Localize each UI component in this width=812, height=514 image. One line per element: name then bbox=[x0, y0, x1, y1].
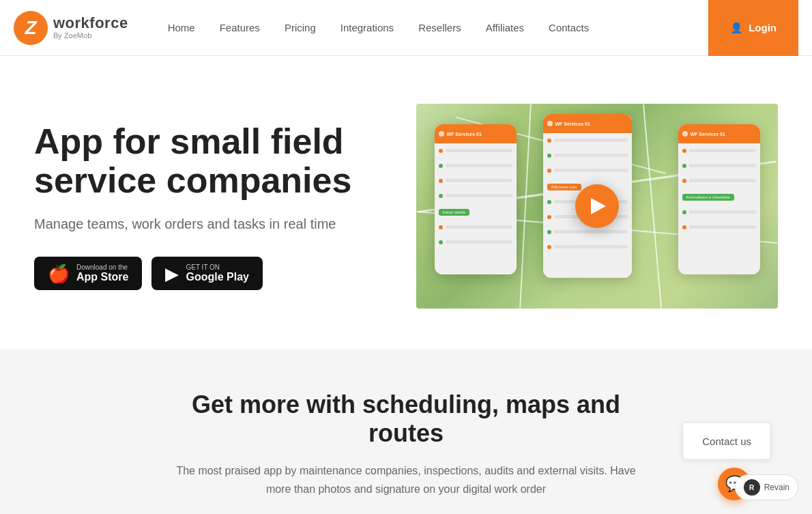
nav-affiliates[interactable]: Affiliates bbox=[474, 15, 536, 40]
row-dot bbox=[547, 245, 551, 249]
nav-links: Home Features Pricing Integrations Resel… bbox=[156, 15, 709, 40]
hero-section: App for small field service companies Ma… bbox=[0, 56, 812, 349]
person-icon: 👤 bbox=[730, 22, 743, 34]
phone-row bbox=[435, 143, 517, 158]
play-triangle-icon bbox=[591, 198, 606, 214]
row-dot bbox=[547, 215, 551, 219]
google-play-icon: ▶ bbox=[165, 265, 179, 283]
phone-header-dot bbox=[682, 131, 688, 137]
phone-btn: Adicionar nota bbox=[547, 184, 581, 190]
phone-row bbox=[435, 188, 517, 203]
phone-row bbox=[435, 173, 517, 188]
row-line bbox=[554, 139, 628, 142]
phone-header: WF Services 01 bbox=[435, 124, 517, 143]
phone-row bbox=[678, 158, 760, 173]
nav-resellers[interactable]: Resellers bbox=[406, 15, 474, 40]
phone-btn-row: Formulários e checklists bbox=[678, 190, 760, 205]
app-store-button[interactable]: 🍎 Download on the App Store bbox=[34, 257, 142, 290]
row-dot bbox=[682, 179, 686, 183]
row-line bbox=[554, 245, 628, 248]
nav-integrations[interactable]: Integrations bbox=[328, 15, 406, 40]
phone-right: WF Services 01 Formulá bbox=[678, 124, 760, 274]
nav-pricing[interactable]: Pricing bbox=[272, 15, 328, 40]
login-button[interactable]: 👤 Login bbox=[708, 0, 798, 56]
logo-workforce-text: workforce bbox=[53, 16, 128, 31]
phone-btn: Iniciar tarefa bbox=[439, 209, 469, 216]
hero-title: App for small field service companies bbox=[34, 122, 389, 200]
row-dot bbox=[682, 149, 686, 153]
phone-row bbox=[678, 205, 760, 220]
google-play-small-label: GET IT ON bbox=[186, 263, 248, 271]
phone-header-text: WF Services 01 bbox=[691, 132, 725, 137]
row-dot bbox=[682, 164, 686, 168]
revain-label: Revain bbox=[764, 483, 789, 492]
nav-contacts[interactable]: Contacts bbox=[536, 15, 601, 40]
phone-row bbox=[678, 173, 760, 188]
section2-description: The most praised app by maintenance comp… bbox=[167, 461, 645, 498]
row-line bbox=[689, 179, 756, 182]
contact-label: Contact us bbox=[702, 436, 751, 447]
row-dot bbox=[439, 164, 443, 168]
row-dot bbox=[439, 194, 443, 198]
phone-screen: WF Services 01 Formulá bbox=[678, 124, 760, 274]
phone-row bbox=[678, 143, 760, 158]
map-road bbox=[642, 104, 661, 308]
phone-row bbox=[543, 225, 632, 240]
logo-link[interactable]: Z workforce By ZoeMob bbox=[14, 11, 128, 45]
phone-header-dot bbox=[439, 131, 444, 137]
app-store-small-label: Download on the bbox=[76, 263, 128, 271]
hero-image-area: WF Services 01 bbox=[416, 104, 778, 309]
store-buttons: 🍎 Download on the App Store ▶ GET IT ON … bbox=[34, 257, 389, 290]
row-dot bbox=[547, 139, 551, 143]
hero-text-area: App for small field service companies Ma… bbox=[34, 122, 389, 290]
row-dot bbox=[547, 154, 551, 158]
phone-btn: Formulários e checklists bbox=[682, 194, 734, 201]
google-play-button[interactable]: ▶ GET IT ON Google Play bbox=[151, 257, 262, 290]
contact-widget[interactable]: Contact us bbox=[682, 423, 771, 460]
phone-row bbox=[543, 133, 632, 148]
phone-row bbox=[543, 148, 632, 163]
phone-row bbox=[435, 235, 517, 250]
phone-row bbox=[435, 158, 517, 173]
row-dot bbox=[439, 225, 443, 229]
row-line bbox=[554, 230, 628, 233]
phone-row bbox=[543, 163, 632, 178]
phone-row bbox=[678, 220, 760, 235]
phone-header-dot bbox=[547, 121, 553, 126]
row-line bbox=[554, 154, 628, 157]
navbar: Z workforce By ZoeMob Home Features Pric… bbox=[0, 0, 812, 56]
nav-home[interactable]: Home bbox=[156, 15, 207, 40]
row-dot bbox=[682, 225, 686, 229]
row-dot bbox=[547, 230, 551, 234]
phone-header: WF Services 01 bbox=[678, 124, 760, 143]
phone-left: WF Services 01 bbox=[435, 124, 517, 274]
nav-features[interactable]: Features bbox=[207, 15, 272, 40]
row-line bbox=[446, 149, 512, 152]
revain-icon: R bbox=[744, 479, 760, 496]
google-play-large-label: Google Play bbox=[186, 271, 248, 283]
row-dot bbox=[547, 169, 551, 173]
row-dot bbox=[439, 240, 443, 244]
row-line bbox=[689, 164, 756, 167]
play-button[interactable] bbox=[575, 184, 619, 228]
row-line bbox=[446, 225, 512, 229]
row-line bbox=[689, 225, 756, 229]
phone-row bbox=[435, 220, 517, 235]
phone-header: WF Services 01 bbox=[543, 114, 632, 133]
section2-title: Get more with scheduling, maps and route… bbox=[167, 390, 645, 448]
logo-by-text: By ZoeMob bbox=[53, 32, 128, 40]
phone-header-text: WF Services 01 bbox=[447, 132, 482, 137]
row-dot bbox=[682, 210, 686, 214]
phone-btn-row: Iniciar tarefa bbox=[435, 205, 517, 220]
row-line bbox=[689, 149, 756, 152]
row-dot bbox=[439, 179, 443, 183]
app-store-large-label: App Store bbox=[76, 271, 128, 283]
row-line bbox=[554, 169, 628, 172]
row-line bbox=[446, 179, 512, 182]
phone-screen: WF Services 01 bbox=[435, 124, 517, 274]
row-dot bbox=[547, 200, 551, 204]
row-line bbox=[446, 164, 512, 167]
hero-subtitle: Manage teams, work orders and tasks in r… bbox=[34, 216, 389, 232]
phone-header-text: WF Services 01 bbox=[555, 122, 590, 126]
logo-text: workforce By ZoeMob bbox=[53, 16, 128, 40]
